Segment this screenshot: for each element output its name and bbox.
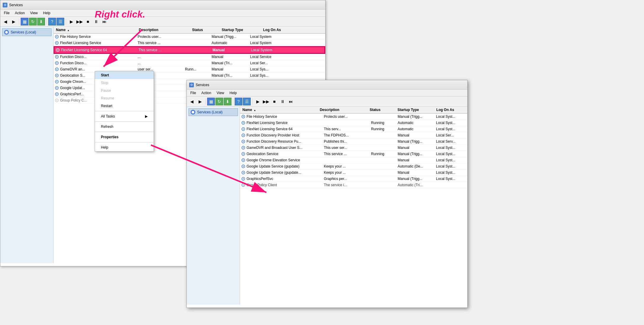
btn-forward[interactable]: ▶: [10, 18, 17, 25]
second-header-status[interactable]: Status: [367, 108, 395, 112]
table-row[interactable]: Google Chrome Elevation Service Manual L…: [240, 157, 467, 163]
second-header-name[interactable]: Name ▲: [240, 108, 317, 112]
service-gear-icon: [241, 139, 245, 144]
table-row[interactable]: File History Service Protects user... Ma…: [54, 34, 325, 40]
second-btn-skipforward[interactable]: ⏭: [287, 98, 295, 105]
header-description[interactable]: Description: [136, 28, 190, 32]
table-row[interactable]: GameDVR an... user ser... Runn... Manual…: [54, 66, 325, 73]
second-header-startup-type[interactable]: Startup Type: [395, 108, 434, 112]
table-row[interactable]: FlexNet Licensing Service Running Automa…: [240, 120, 467, 126]
header-status[interactable]: Status: [190, 28, 219, 32]
table-row[interactable]: GraphicsPerfSvc Graphics per... Manual (…: [240, 176, 467, 182]
service-name: FlexNet Licensing Service 64: [247, 127, 321, 131]
header-startup-type[interactable]: Startup Type: [219, 28, 261, 32]
service-logon: Local Syst...: [435, 177, 467, 181]
service-logon: Local Syst...: [435, 164, 467, 168]
service-gear-icon: [241, 133, 245, 137]
second-menu-help[interactable]: Help: [227, 90, 239, 96]
svg-point-25: [243, 116, 244, 117]
context-menu-refresh[interactable]: Refresh: [95, 123, 154, 131]
table-row[interactable]: Function Disco... ... Manual (Tri... Loc…: [54, 60, 325, 66]
table-row[interactable]: File History Service Protects user... Ma…: [240, 114, 467, 120]
service-name: GameDVR and Broadcast User S...: [247, 146, 321, 150]
context-menu-properties[interactable]: Properties: [95, 133, 154, 141]
table-row[interactable]: Google Update Service (gupdate... Keeps …: [240, 170, 467, 176]
table-row[interactable]: FlexNet Licensing Service 64 This serv..…: [240, 126, 467, 132]
service-status: Running: [370, 121, 397, 125]
table-row[interactable]: Geolocation Service This service ... Run…: [240, 151, 467, 157]
table-row[interactable]: Geolocation S... service ... Manual (Tri…: [54, 73, 325, 79]
service-name: Google Chrome Elevation Service: [247, 158, 321, 162]
second-btn-pause[interactable]: ⏸: [279, 98, 286, 105]
context-menu-start[interactable]: Start: [95, 71, 154, 79]
svg-point-43: [243, 172, 244, 173]
second-btn-refresh[interactable]: ↻: [215, 98, 223, 105]
table-row[interactable]: GameDVR and Broadcast User S... This use…: [240, 145, 467, 151]
second-sidebar: Services (Local): [187, 107, 240, 305]
svg-point-47: [243, 184, 244, 186]
table-row[interactable]: Function Discovery Provider Host The FDP…: [240, 132, 467, 139]
context-menu-all-tasks[interactable]: All Tasks ▶: [95, 112, 154, 120]
second-btn-properties[interactable]: ☰: [243, 98, 251, 105]
table-row[interactable]: Function Disco... ... Manual Local Servi…: [54, 54, 325, 60]
service-name: FlexNet Licensing Service: [247, 121, 321, 125]
second-menu-view[interactable]: View: [214, 90, 227, 96]
main-window-title: Services: [9, 3, 23, 7]
second-sidebar-item-services-local[interactable]: Services (Local): [189, 108, 238, 116]
menu-view[interactable]: View: [28, 10, 40, 16]
btn-panel[interactable]: ▦: [21, 18, 28, 25]
table-row[interactable]: Function Discovery Resource Pu... Publis…: [240, 139, 467, 145]
service-name: FlexNet Licensing Service 64: [61, 48, 135, 52]
second-btn-export[interactable]: ⬇: [224, 98, 231, 105]
second-btn-panel[interactable]: ▦: [207, 98, 215, 105]
second-btn-help[interactable]: ?: [235, 98, 242, 105]
second-sort-arrow: ▲: [254, 109, 256, 112]
service-desc: This service ...: [136, 41, 184, 45]
table-row[interactable]: FlexNet Licensing Service This service .…: [54, 40, 325, 46]
table-row[interactable]: Google Update Service (gupdate) Keeps yo…: [240, 163, 467, 170]
context-menu-resume[interactable]: Resume: [95, 94, 154, 102]
menu-action[interactable]: Action: [12, 10, 27, 16]
svg-point-6: [57, 49, 58, 51]
btn-help[interactable]: ?: [48, 18, 56, 25]
second-window-title: Services: [196, 83, 209, 87]
svg-point-39: [243, 160, 244, 161]
btn-play2[interactable]: ▶▶: [76, 18, 83, 25]
table-row[interactable]: FlexNet Licensing Service 64 This servic…: [54, 46, 325, 54]
second-btn-stop[interactable]: ■: [271, 98, 278, 105]
context-menu-stop[interactable]: Stop: [95, 79, 154, 87]
service-desc: Protects user...: [136, 35, 184, 39]
menu-help[interactable]: Help: [41, 10, 53, 16]
service-desc: user ser...: [136, 67, 184, 71]
second-menu-action[interactable]: Action: [199, 90, 213, 96]
sidebar-item-services-local[interactable]: Services (Local): [2, 28, 51, 36]
second-btn-back[interactable]: ◀: [188, 98, 196, 105]
second-menu-file[interactable]: File: [188, 90, 198, 96]
table-row[interactable]: Group Policy Client The service i... Aut…: [240, 182, 467, 188]
btn-export[interactable]: ⬇: [37, 18, 45, 25]
second-btn-play2[interactable]: ▶▶: [262, 98, 270, 105]
second-header-description[interactable]: Description: [317, 108, 367, 112]
btn-stop[interactable]: ■: [84, 18, 92, 25]
sort-arrow: ▲: [67, 29, 70, 32]
service-name: GraphicsPerfSvc: [247, 177, 321, 181]
second-btn-forward[interactable]: ▶: [196, 98, 204, 105]
btn-properties[interactable]: ☰: [57, 18, 64, 25]
header-name[interactable]: Name ▲: [54, 28, 136, 32]
toolbar-sep-2: [46, 19, 47, 25]
service-startup: Manual: [210, 55, 249, 59]
btn-back[interactable]: ◀: [1, 18, 9, 25]
header-logon[interactable]: Log On As: [261, 28, 296, 32]
service-name: Function Discovery Resource Pu...: [247, 139, 321, 144]
service-status: Running: [370, 152, 397, 156]
menu-file[interactable]: File: [1, 10, 12, 16]
service-gear-icon: [55, 41, 59, 45]
context-menu-help[interactable]: Help: [95, 144, 154, 151]
context-menu-pause[interactable]: Pause: [95, 87, 154, 94]
btn-play[interactable]: ▶: [67, 18, 75, 25]
service-desc: This service ...: [323, 152, 370, 156]
context-menu-restart[interactable]: Restart: [95, 102, 154, 110]
second-header-logon[interactable]: Log On As: [434, 108, 467, 112]
btn-refresh[interactable]: ↻: [29, 18, 37, 25]
second-btn-play[interactable]: ▶: [254, 98, 262, 105]
